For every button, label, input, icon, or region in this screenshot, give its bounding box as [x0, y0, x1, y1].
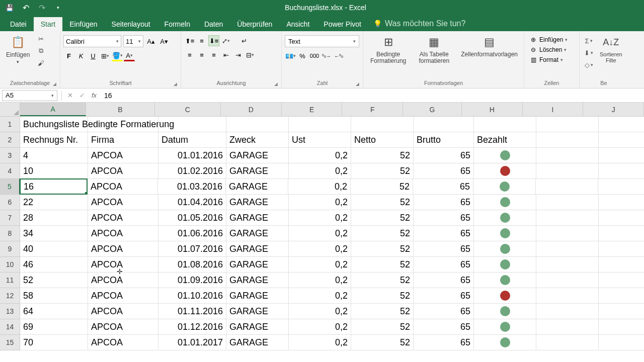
tab-start[interactable]: Start: [34, 17, 63, 31]
cell[interactable]: [474, 304, 536, 319]
cell[interactable]: 69: [20, 319, 88, 335]
cell[interactable]: [474, 195, 536, 210]
cell[interactable]: 65: [414, 241, 474, 257]
cell[interactable]: 46: [20, 257, 88, 273]
cell[interactable]: 52: [351, 273, 414, 288]
cell[interactable]: APCOA: [88, 273, 158, 288]
underline-button[interactable]: U: [88, 50, 99, 61]
cell[interactable]: [599, 319, 644, 335]
col-header-J[interactable]: J: [583, 103, 644, 116]
row-header[interactable]: 15: [0, 335, 20, 350]
cell[interactable]: APCOA: [88, 319, 158, 335]
cell[interactable]: Ust: [289, 132, 351, 148]
col-header-I[interactable]: I: [523, 103, 584, 116]
column-headers[interactable]: ABCDEFGHIJ: [20, 103, 644, 117]
cell[interactable]: [599, 304, 644, 319]
cell[interactable]: [536, 319, 599, 335]
font-size-select[interactable]: 11▾: [123, 35, 143, 47]
cell[interactable]: 0,2: [289, 210, 351, 226]
cell[interactable]: 01.03.2016: [158, 179, 226, 195]
col-header-G[interactable]: G: [403, 103, 462, 116]
cell[interactable]: Netto: [351, 132, 414, 148]
cell[interactable]: [158, 117, 226, 132]
cell[interactable]: [599, 163, 644, 179]
cell[interactable]: 64: [20, 304, 88, 319]
cell[interactable]: GARAGE: [226, 319, 289, 335]
cell[interactable]: 4: [20, 148, 88, 163]
wrap-text-icon[interactable]: ↵: [238, 35, 250, 46]
save-icon[interactable]: 💾: [5, 3, 14, 12]
fill-icon[interactable]: ⬇▾: [583, 47, 595, 58]
cell[interactable]: [536, 288, 599, 304]
copy-icon[interactable]: ⧉: [35, 45, 47, 56]
cell[interactable]: 0,2: [289, 241, 351, 257]
row-header[interactable]: 6: [0, 195, 20, 210]
cell[interactable]: [474, 117, 536, 132]
cell[interactable]: 65: [414, 257, 474, 273]
cell-styles-button[interactable]: ▤ Zellenformatvorlagen: [458, 33, 521, 80]
cell[interactable]: [289, 117, 351, 132]
cell[interactable]: 01.02.2016: [158, 163, 226, 179]
cell[interactable]: [536, 117, 599, 132]
cell[interactable]: [598, 179, 644, 195]
cell[interactable]: Datum: [158, 132, 226, 148]
cell[interactable]: APCOA: [88, 210, 158, 226]
cell[interactable]: [351, 117, 414, 132]
cell[interactable]: [536, 132, 599, 148]
sort-filter-button[interactable]: A↓Z Sortieren Filte: [597, 33, 625, 80]
cell[interactable]: GARAGE: [226, 304, 289, 319]
cell[interactable]: [474, 148, 536, 163]
align-bottom-icon[interactable]: ⬇≡: [208, 35, 219, 46]
col-header-F[interactable]: F: [342, 103, 403, 116]
col-header-C[interactable]: C: [155, 103, 221, 116]
qat-customize-icon[interactable]: ▾: [53, 3, 62, 12]
increase-decimal-icon[interactable]: ⁰₀→: [321, 50, 332, 61]
cell[interactable]: APCOA: [88, 335, 158, 350]
cell[interactable]: [474, 226, 536, 241]
row-header[interactable]: 14: [0, 319, 20, 335]
name-box[interactable]: A5▾: [2, 90, 57, 101]
align-right-icon[interactable]: ≡: [208, 49, 219, 60]
cell[interactable]: [599, 132, 644, 148]
cell[interactable]: GARAGE: [226, 288, 289, 304]
cell[interactable]: [473, 179, 536, 195]
cell[interactable]: 01.10.2016: [158, 288, 226, 304]
cell[interactable]: APCOA: [88, 226, 158, 241]
cell[interactable]: GARAGE: [226, 335, 289, 350]
cell[interactable]: 65: [414, 273, 474, 288]
decrease-decimal-icon[interactable]: ←⁰₀: [333, 50, 344, 61]
row-header[interactable]: 11: [0, 273, 20, 288]
cell[interactable]: GARAGE: [226, 241, 289, 257]
bold-button[interactable]: F: [63, 50, 74, 61]
cell[interactable]: 22: [20, 195, 88, 210]
cell[interactable]: 34: [20, 226, 88, 241]
cell[interactable]: 65: [414, 163, 474, 179]
accounting-format-icon[interactable]: 💶▾: [285, 50, 296, 61]
cell[interactable]: [536, 273, 599, 288]
cell[interactable]: 52: [351, 319, 414, 335]
spreadsheet-grid[interactable]: ABCDEFGHIJ 123456789101112131415 Buchung…: [0, 103, 644, 117]
paste-button[interactable]: 📋 Einfügen ▾: [3, 33, 33, 80]
col-header-D[interactable]: D: [221, 103, 282, 116]
cell[interactable]: 0,2: [289, 195, 351, 210]
row-header[interactable]: 8: [0, 226, 20, 241]
row-header[interactable]: 10: [0, 257, 20, 273]
row-header[interactable]: 1: [0, 117, 20, 132]
tell-me-search[interactable]: 💡 Was möchten Sie tun?: [373, 19, 465, 31]
cell[interactable]: Bezahlt: [474, 132, 536, 148]
align-center-icon[interactable]: ≡: [196, 49, 207, 60]
row-header[interactable]: 12: [0, 288, 20, 304]
cell[interactable]: 52: [351, 195, 414, 210]
decrease-indent-icon[interactable]: ⇤: [220, 49, 231, 60]
cell[interactable]: 01.08.2016: [158, 257, 226, 273]
delete-cells-button[interactable]: ⊖Löschen▾: [527, 45, 576, 54]
cell[interactable]: Zweck: [226, 132, 289, 148]
row-header[interactable]: 2: [0, 132, 20, 148]
cell[interactable]: 65: [414, 335, 474, 350]
percent-format-icon[interactable]: %: [297, 50, 308, 61]
cell[interactable]: 65: [414, 195, 474, 210]
cell[interactable]: 52: [351, 335, 414, 350]
align-middle-icon[interactable]: ≡: [196, 35, 207, 46]
cell[interactable]: 0,2: [289, 288, 351, 304]
format-cells-button[interactable]: ▥Format▾: [527, 55, 576, 64]
